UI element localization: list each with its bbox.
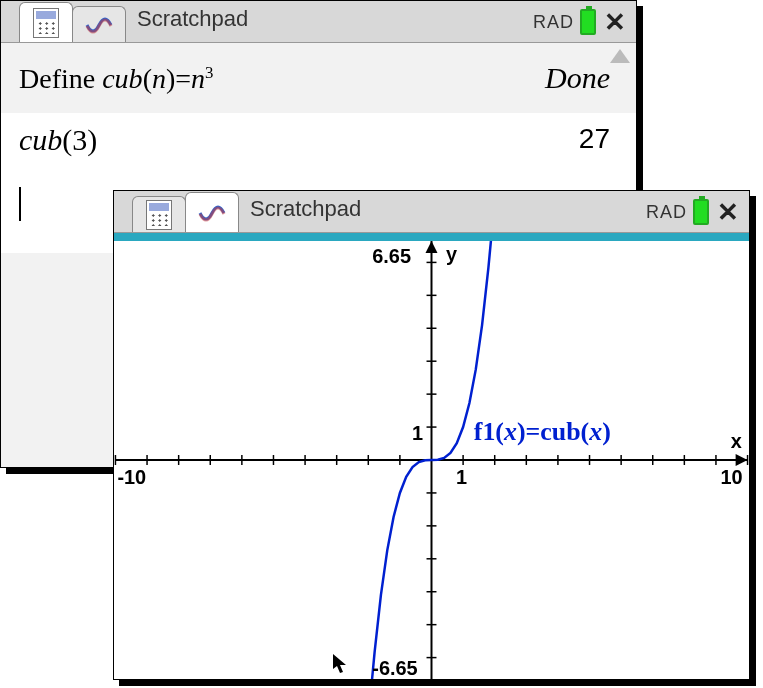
calculator-icon — [146, 200, 172, 230]
battery-icon — [580, 9, 596, 35]
scroll-up-icon[interactable] — [610, 49, 630, 63]
accent-bar — [114, 233, 749, 241]
y-axis-label: y — [446, 243, 457, 265]
battery-icon — [693, 199, 709, 225]
window-title: Scratchpad — [250, 196, 361, 228]
calculator-icon — [33, 8, 59, 38]
tab-strip — [19, 2, 125, 42]
tab-graph[interactable] — [185, 192, 239, 232]
tab-strip — [132, 192, 238, 232]
close-button[interactable]: ✕ — [602, 9, 628, 35]
angle-mode: RAD — [646, 202, 687, 223]
graph-window: Scratchpad RAD ✕ 6.65 -6.65 1 -10 10 1 y — [113, 190, 750, 680]
x-min-label: -10 — [117, 466, 146, 488]
history-row[interactable]: cub(3) 27 — [1, 113, 636, 173]
y-max-label: 6.65 — [372, 245, 411, 267]
history-row[interactable]: Define cub(n)=n3 Done — [19, 61, 610, 95]
x-axis-label: x — [731, 430, 742, 452]
x-tick-label: 1 — [456, 466, 467, 488]
history-result: Done — [545, 61, 610, 95]
tab-calculator[interactable] — [132, 196, 186, 232]
x-max-label: 10 — [720, 466, 742, 488]
y-tick-label: 1 — [412, 422, 423, 444]
tab-calculator[interactable] — [19, 2, 73, 42]
angle-mode: RAD — [533, 12, 574, 33]
graph-content: 6.65 -6.65 1 -10 10 1 y x f1(x)=cub(x) — [114, 233, 749, 679]
graph-icon — [85, 11, 113, 39]
graph-icon — [198, 199, 226, 227]
titlebar: Scratchpad RAD ✕ — [114, 191, 749, 233]
function-label[interactable]: f1(x)=cub(x) — [474, 417, 611, 446]
close-button[interactable]: ✕ — [715, 199, 741, 225]
window-title: Scratchpad — [137, 6, 248, 38]
history-result: 27 — [579, 123, 610, 157]
y-min-label: -6.65 — [372, 657, 417, 679]
plot-svg: 6.65 -6.65 1 -10 10 1 y x f1(x)=cub(x) — [114, 241, 749, 679]
mouse-cursor-icon — [332, 653, 350, 675]
text-cursor-icon — [19, 187, 21, 221]
history-input: cub(3) — [19, 123, 97, 157]
graph-canvas[interactable]: 6.65 -6.65 1 -10 10 1 y x f1(x)=cub(x) — [114, 241, 749, 679]
titlebar: Scratchpad RAD ✕ — [1, 1, 636, 43]
tab-graph[interactable] — [72, 6, 126, 42]
history-input: Define cub(n)=n3 — [19, 63, 213, 95]
